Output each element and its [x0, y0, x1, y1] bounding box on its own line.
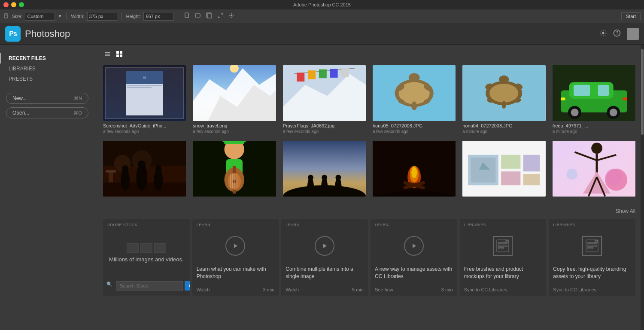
height-input[interactable]: [143, 12, 173, 21]
file-item-6[interactable]: [103, 141, 186, 200]
svg-point-55: [609, 109, 617, 116]
libraries-card-1-action[interactable]: Sync to CC Libraries: [553, 287, 596, 292]
file-item-3[interactable]: honu05_07272008.JPG a few seconds ago: [373, 65, 456, 134]
resize-icon[interactable]: [216, 12, 225, 20]
library-icon-0: [493, 236, 513, 256]
file-item-7[interactable]: [193, 141, 276, 200]
help-icon[interactable]: ?: [613, 29, 621, 39]
file-thumb-8: [283, 141, 366, 197]
grid-view-button[interactable]: [115, 50, 124, 60]
file-item-8[interactable]: [283, 141, 366, 200]
file-item-0[interactable]: ▤ Screenshot_AdvGuide_iPho... a few seco…: [103, 65, 186, 134]
app-logo: Ps Photoshop: [5, 26, 70, 42]
learn-card-2-icon[interactable]: [371, 229, 457, 263]
svg-point-96: [411, 167, 417, 178]
learn-card-2-action[interactable]: See how: [375, 287, 393, 292]
open-document-button[interactable]: Open... ⌘O: [6, 107, 88, 118]
libraries-card-0-action[interactable]: Sync to CC Libraries: [464, 287, 507, 292]
library-icon-1: [582, 236, 602, 256]
list-view-button[interactable]: [103, 50, 112, 60]
learn-card-1-action[interactable]: Watch: [286, 287, 299, 292]
svg-point-6: [231, 15, 232, 16]
file-item-10[interactable]: [462, 141, 545, 200]
minimize-button[interactable]: [11, 2, 16, 7]
sidebar-recent-files-label: RECENT FILES: [9, 55, 46, 61]
file-item-2[interactable]: PrayerFlags_JA0692.jpg a few seconds ago: [283, 65, 366, 134]
settings-icon[interactable]: [227, 12, 236, 20]
svg-rect-2: [185, 13, 188, 18]
svg-point-7: [602, 32, 605, 34]
svg-point-68: [122, 165, 128, 172]
svg-point-118: [605, 169, 622, 185]
libraries-card-0-icon: [460, 229, 547, 263]
file-time-1: a few seconds ago: [193, 129, 276, 134]
file-item-11[interactable]: [553, 141, 635, 200]
front-icon[interactable]: [205, 12, 213, 20]
stock-tagline: Millions of images and videos.: [109, 256, 183, 263]
svg-point-77: [233, 180, 236, 183]
learn-card-0-label: LEARN: [192, 219, 279, 229]
size-input[interactable]: [25, 12, 55, 21]
portrait-icon[interactable]: [182, 12, 191, 20]
chevron-size[interactable]: ▼: [58, 14, 62, 18]
avatar[interactable]: [627, 28, 639, 40]
file-time-0: a few seconds ago: [103, 129, 186, 134]
svg-rect-26: [319, 70, 326, 79]
new-document-toolbar-btn[interactable]: [3, 13, 9, 19]
scrollbar-thumb[interactable]: [641, 49, 644, 135]
traffic-lights[interactable]: [3, 2, 24, 7]
stock-card-body: Millions of images and videos.: [103, 229, 190, 281]
stock-go-button[interactable]: Go: [185, 281, 190, 291]
toolbar: Size: ▼ Width: Height: Start: [0, 9, 644, 23]
sidebar: RECENT FILES LIBRARIES PRESETS New... ⌘N…: [0, 45, 94, 330]
gear-icon[interactable]: [599, 29, 607, 39]
learn-card-1-label: LEARN: [281, 219, 368, 229]
show-all-button[interactable]: Show All: [616, 208, 635, 214]
file-item-5[interactable]: freda_497971_... a minute ago: [553, 65, 635, 134]
file-item-1[interactable]: snow_travel.png a few seconds ago: [193, 65, 276, 134]
learn-card-1-footer: Watch 5 min: [281, 285, 368, 296]
svg-rect-16: [120, 54, 122, 57]
learn-card-1-body: Combine multiple items into a single ima…: [281, 263, 368, 285]
libraries-card-0-footer: Sync to CC Libraries: [460, 285, 547, 296]
new-button-label: New...: [12, 95, 27, 101]
open-shortcut: ⌘O: [73, 110, 82, 116]
width-label: Width:: [71, 14, 84, 19]
content-area[interactable]: ▤ Screenshot_AdvGuide_iPho... a few seco…: [94, 45, 644, 330]
learn-card-0-action[interactable]: Watch: [197, 287, 210, 292]
file-thumb-7: [193, 141, 276, 197]
new-document-button[interactable]: New... ⌘N: [6, 93, 88, 104]
play-icon-1[interactable]: [315, 236, 334, 256]
scrollbar-track[interactable]: [641, 45, 644, 330]
maximize-button[interactable]: [19, 2, 24, 7]
learn-card-2-footer: See how 3 min: [371, 285, 457, 296]
sidebar-item-presets[interactable]: PRESETS: [0, 74, 94, 84]
svg-rect-24: [297, 73, 304, 82]
width-input[interactable]: [87, 12, 117, 21]
sidebar-item-libraries[interactable]: LIBRARIES: [0, 64, 94, 74]
libraries-card-1-title: Copy free, high-quality branding assets …: [553, 266, 631, 280]
file-name-1: snow_travel.png: [193, 123, 276, 128]
file-item-9[interactable]: [373, 141, 456, 200]
play-icon-2[interactable]: [404, 236, 424, 256]
svg-rect-104: [501, 171, 521, 185]
learn-card-1-icon[interactable]: [281, 229, 368, 263]
libraries-card-0-body: Free brushes and product mockups for you…: [460, 263, 547, 285]
file-item-4[interactable]: honu04_07272008.JPG a minute ago: [462, 65, 545, 134]
close-button[interactable]: [3, 2, 9, 7]
landscape-icon[interactable]: [194, 12, 202, 20]
sidebar-item-recent-files[interactable]: RECENT FILES: [0, 53, 94, 64]
svg-rect-61: [106, 170, 115, 173]
svg-marker-121: [323, 244, 327, 248]
stock-search-row: 🔍 Go: [103, 281, 190, 296]
height-label: Height:: [126, 14, 141, 19]
header-actions: ?: [599, 28, 639, 40]
learn-card-0-body: Learn what you can make with Photoshop: [192, 263, 279, 285]
file-thumb-0: ▤: [103, 65, 186, 121]
start-button[interactable]: Start: [621, 12, 641, 20]
stock-search-input[interactable]: [116, 281, 183, 291]
file-thumb-3: [373, 65, 456, 121]
learn-card-0-icon[interactable]: [192, 229, 279, 263]
play-icon-0[interactable]: [225, 236, 245, 256]
svg-point-119: [566, 169, 577, 180]
